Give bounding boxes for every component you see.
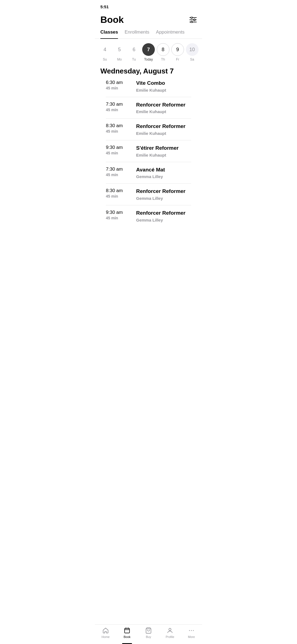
date-item-6[interactable]: 6 Tu bbox=[127, 43, 141, 61]
date-label-5: Mo bbox=[117, 58, 122, 61]
status-time: 5:51 bbox=[100, 4, 109, 9]
svg-point-3 bbox=[194, 19, 195, 21]
class-time-0: 6:30 am 45 min bbox=[106, 80, 136, 90]
date-item-9[interactable]: 9 Fr bbox=[171, 43, 184, 61]
class-info-0: Vite Combo Emilie Kuhaupt bbox=[136, 80, 191, 92]
class-item-2[interactable]: 8:30 am 45 min Renforcer Reformer Emilie… bbox=[106, 119, 191, 140]
class-item-5[interactable]: 8:30 am 45 min Renforcer Reformer Gemma … bbox=[106, 184, 191, 205]
tab-appointments[interactable]: Appointments bbox=[156, 29, 185, 39]
date-circle-9: 9 bbox=[171, 43, 184, 56]
svg-point-5 bbox=[191, 21, 193, 23]
class-item-4[interactable]: 7:30 am 45 min Avancé Mat Gemma Lilley bbox=[106, 162, 191, 184]
class-time-3: 9:30 am 45 min bbox=[106, 145, 136, 155]
status-bar: 5:51 bbox=[95, 0, 202, 12]
class-time-5: 8:30 am 45 min bbox=[106, 188, 136, 198]
date-label-9: Fr bbox=[176, 58, 179, 61]
filter-button[interactable] bbox=[189, 17, 197, 23]
class-list: 6:30 am 45 min Vite Combo Emilie Kuhaupt… bbox=[100, 75, 197, 227]
class-info-1: Renforcer Reformer Emilie Kuhaupt bbox=[136, 102, 191, 114]
date-heading: Wednesday, August 7 6:30 am 45 min Vite … bbox=[95, 65, 202, 254]
class-info-6: Renforcer Reformer Gemma Lilley bbox=[136, 210, 191, 222]
date-label-10: Sa bbox=[190, 58, 194, 61]
class-time-4: 7:30 am 45 min bbox=[106, 167, 136, 177]
date-circle-8: 8 bbox=[157, 43, 169, 56]
class-info-4: Avancé Mat Gemma Lilley bbox=[136, 167, 191, 179]
date-item-8[interactable]: 8 Th bbox=[156, 43, 170, 61]
svg-point-1 bbox=[191, 17, 193, 18]
page-title: Book bbox=[100, 14, 124, 25]
date-label-7: Today bbox=[144, 58, 153, 61]
date-circle-6: 6 bbox=[128, 43, 140, 56]
date-circle-4: 4 bbox=[98, 43, 111, 56]
tab-classes[interactable]: Classes bbox=[100, 29, 118, 39]
class-time-1: 7:30 am 45 min bbox=[106, 102, 136, 112]
class-info-3: S'étirer Reformer Emilie Kuhaupt bbox=[136, 145, 191, 157]
class-info-5: Renforcer Reformer Gemma Lilley bbox=[136, 188, 191, 201]
date-item-10[interactable]: 10 Sa bbox=[185, 43, 199, 61]
class-info-2: Renforcer Reformer Emilie Kuhaupt bbox=[136, 123, 191, 136]
tabs-bar: Classes Enrollments Appointments bbox=[95, 29, 202, 39]
class-time-6: 9:30 am 45 min bbox=[106, 210, 136, 220]
header: Book bbox=[95, 12, 202, 29]
class-item-3[interactable]: 9:30 am 45 min S'étirer Reformer Emilie … bbox=[106, 140, 191, 162]
date-picker: 4 Su 5 Mo 6 Tu 7 Today 8 Th 9 Fr 10 Sa bbox=[95, 39, 202, 65]
class-item-1[interactable]: 7:30 am 45 min Renforcer Reformer Emilie… bbox=[106, 97, 191, 119]
tab-enrollments[interactable]: Enrollments bbox=[125, 29, 149, 39]
date-label-8: Th bbox=[161, 58, 165, 61]
date-circle-10: 10 bbox=[186, 43, 199, 56]
filter-icon bbox=[189, 17, 197, 23]
date-item-4[interactable]: 4 Su bbox=[98, 43, 112, 61]
date-label-6: Tu bbox=[132, 58, 136, 61]
class-item-6[interactable]: 9:30 am 45 min Renforcer Reformer Gemma … bbox=[106, 205, 191, 227]
date-circle-7: 7 bbox=[142, 43, 155, 56]
date-label-4: Su bbox=[103, 58, 107, 61]
class-time-2: 8:30 am 45 min bbox=[106, 123, 136, 133]
date-circle-5: 5 bbox=[113, 43, 126, 56]
date-item-5[interactable]: 5 Mo bbox=[113, 43, 126, 61]
date-item-7[interactable]: 7 Today bbox=[142, 43, 155, 61]
class-item-0[interactable]: 6:30 am 45 min Vite Combo Emilie Kuhaupt bbox=[106, 75, 191, 97]
